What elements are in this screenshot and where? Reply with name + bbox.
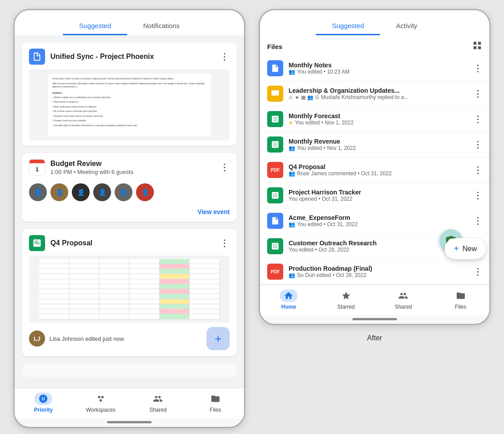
file-meta-q4: 👥 Rose James commented • Oct 31, 2022 <box>289 170 468 177</box>
nav-files-after[interactable]: Files <box>432 285 490 315</box>
file-info-production: Production Roadmap (Final) 👥 So Duri edi… <box>289 265 468 278</box>
new-fab-button[interactable]: + New <box>445 238 486 259</box>
tab-suggested-after[interactable]: Suggested <box>316 17 380 35</box>
file-more-production[interactable]: ⋮ <box>473 266 482 277</box>
file-item-q4[interactable]: PDF Q4 Proposal 👥 Rose James commented •… <box>260 157 489 183</box>
google-icon-leadership: G <box>315 95 319 100</box>
calendar-card: 1 Budget Review 1:00 PM • Meeting with 6… <box>22 153 237 222</box>
tab-suggested-before[interactable]: Suggested <box>63 17 127 35</box>
nav-shared-after[interactable]: Shared <box>375 285 432 315</box>
shared-before-icon-wrap <box>149 393 167 405</box>
file-more-monthly-notes[interactable]: ⋮ <box>473 63 482 74</box>
alert-icon-leadership: ⚠ <box>289 95 293 100</box>
after-tab-bar: Suggested Activity <box>260 10 489 35</box>
file-item-monthly-notes[interactable]: Monthly Notes 👥 You edited • 10:23 AM ⋮ <box>260 56 489 81</box>
file-meta-customer: You edited • Oct 28, 2022 <box>289 247 468 253</box>
file-meta-acme: 👥 You edited • Oct 31, 2022 <box>289 221 468 227</box>
tab-activity-after[interactable]: Activity <box>380 17 434 35</box>
file-more-harrison[interactable]: ⋮ <box>473 190 482 201</box>
avatar-2: 👤 <box>50 183 68 201</box>
sheets-more-button[interactable]: ⋮ <box>219 238 230 248</box>
svg-rect-3 <box>272 91 279 96</box>
avatar-1: 👤 <box>29 183 47 201</box>
calendar-card-header: 1 Budget Review 1:00 PM • Meeting with 6… <box>22 153 237 180</box>
file-info-q4: Q4 Proposal 👥 Rose James commented • Oct… <box>289 163 468 177</box>
nav-priority-label: Priority <box>34 407 53 413</box>
shared-after-icon-wrap <box>394 289 412 302</box>
file-more-revenue[interactable]: ⋮ <box>473 139 482 150</box>
doc-preview-inner: Lorem ipsum dolor sit amet, consectetur … <box>48 74 211 136</box>
new-fab-label: New <box>463 245 477 253</box>
file-more-q4[interactable]: ⋮ <box>473 165 482 175</box>
nav-workspaces[interactable]: Workspaces <box>72 388 130 418</box>
people-icon-leadership: 👥 <box>307 95 314 100</box>
file-more-forecast[interactable]: ⋮ <box>473 114 482 124</box>
docs-icon <box>29 49 45 65</box>
docs-icon-acme <box>267 213 283 229</box>
files-header: Files <box>260 35 489 56</box>
file-name-revenue: Monthly Revenue <box>289 138 468 145</box>
sheets-card-title: Q4 Proposal <box>50 239 214 247</box>
files-before-icon-wrap <box>207 393 224 405</box>
nav-home[interactable]: Home <box>260 285 318 315</box>
new-plus-icon: + <box>454 244 459 254</box>
priority-icon-wrap <box>34 393 52 405</box>
docs-icon-monthly-notes <box>267 60 283 76</box>
sheets-icon-customer <box>267 238 283 254</box>
sheets-icon-forecast <box>267 111 283 127</box>
avatar-3: 👤 <box>72 183 90 201</box>
tab-notifications-before[interactable]: Notifications <box>127 17 196 35</box>
file-item-forecast[interactable]: Monthly Forecast ★ You edited • Nov 1, 2… <box>260 107 489 132</box>
workspaces-icon-wrap <box>92 393 110 405</box>
after-phone: Suggested Activity Files Monthly N <box>259 9 491 325</box>
pdf-icon-production: PDF <box>267 264 283 280</box>
meeting-time: 1:00 PM • Meeting with 6 guests <box>50 169 214 175</box>
file-info-leadership: Leadership & Organization Updates... ⚠ ★… <box>289 87 468 100</box>
home-bar-before <box>107 421 152 423</box>
people-icon-0: 👥 <box>289 69 295 75</box>
file-name-q4: Q4 Proposal <box>289 163 468 170</box>
after-bottom-nav: Home Starred Shared <box>260 285 489 315</box>
star-icon-leadership: ★ <box>295 95 299 100</box>
doc-card-header: Unified Sync - Project Phoenix ⋮ <box>22 42 237 69</box>
nav-priority[interactable]: Priority <box>15 388 72 418</box>
file-item-revenue[interactable]: Monthly Revenue 👥 You edited • Nov 1, 20… <box>260 132 489 157</box>
meeting-title: Budget Review <box>50 160 214 168</box>
calendar-more-button[interactable]: ⋮ <box>219 162 230 173</box>
nav-files-before[interactable]: Files <box>187 388 244 418</box>
file-item-production[interactable]: PDF Production Roadmap (Final) 👥 So Duri… <box>260 259 489 285</box>
edited-text: Lisa Johnson edited just now <box>50 335 124 342</box>
doc-more-button[interactable]: ⋮ <box>219 51 230 62</box>
home-bar-after <box>352 318 397 320</box>
sheets-card-header: Q4 Proposal ⋮ <box>22 229 237 256</box>
files-after-icon-wrap <box>452 289 470 302</box>
table-icon-leadership: ▦ <box>301 95 306 100</box>
file-meta-forecast: ★ You edited • Nov 1, 2022 <box>289 120 468 126</box>
nav-shared-before[interactable]: Shared <box>129 388 187 418</box>
grid-view-icon[interactable] <box>472 41 482 52</box>
file-more-acme[interactable]: ⋮ <box>473 215 482 226</box>
file-info-revenue: Monthly Revenue 👥 You edited • Nov 1, 20… <box>289 138 468 151</box>
sheets-icon <box>29 235 45 251</box>
sheets-icon-harrison <box>267 187 283 203</box>
after-label: After <box>367 334 382 342</box>
pdf-icon-q4: PDF <box>267 162 283 178</box>
file-more-leadership[interactable]: ⋮ <box>473 88 482 99</box>
doc-card-title: Unified Sync - Project Phoenix <box>50 53 214 61</box>
file-item-leadership[interactable]: Leadership & Organization Updates... ⚠ ★… <box>260 81 489 107</box>
file-meta-production: 👥 So Duri edited • Oct 28, 2022 <box>289 272 468 278</box>
edited-row: LJ Lisa Johnson edited just now + <box>22 322 237 356</box>
before-phone: Suggested Notifications Unified Sync - P… <box>13 9 245 428</box>
view-event-button[interactable]: View event <box>198 208 230 215</box>
file-meta-harrison: You opened • Oct 31, 2022 <box>289 196 468 202</box>
add-fab-button[interactable]: + <box>207 327 230 350</box>
svg-point-1 <box>101 396 104 399</box>
nav-home-label: Home <box>281 304 296 310</box>
file-info-harrison: Project Harrison Tracker You opened • Oc… <box>289 189 468 202</box>
after-phone-wrapper: Suggested Activity Files Monthly N <box>259 9 491 342</box>
guest-avatars: 👤 👤 👤 👤 👤 👤 <box>22 180 237 205</box>
nav-starred-label: Starred <box>337 304 355 310</box>
file-item-harrison[interactable]: Project Harrison Tracker You opened • Oc… <box>260 183 489 208</box>
avatar-5: 👤 <box>115 183 132 201</box>
nav-starred[interactable]: Starred <box>318 285 375 315</box>
